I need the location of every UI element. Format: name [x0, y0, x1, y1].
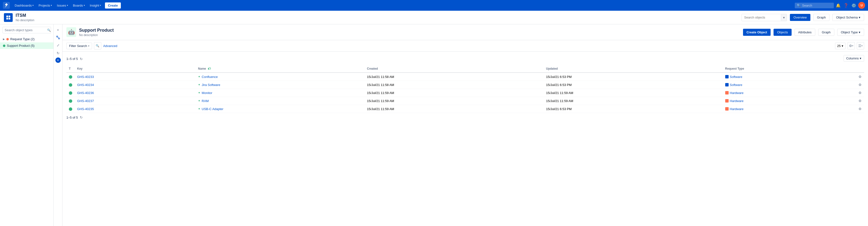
cell-request-type: Hardware: [723, 97, 856, 105]
cell-key: GHS-40235: [75, 105, 195, 113]
support-product-dot: [3, 45, 5, 47]
object-schema-tab[interactable]: Object Schema ▾: [832, 14, 864, 21]
cell-updated: 15/Jul/21 6:53 PM: [544, 81, 723, 89]
cell-request-type: Software: [723, 81, 856, 89]
request-type-link[interactable]: Hardware: [725, 99, 854, 103]
create-button[interactable]: Create: [105, 2, 121, 8]
layout-button[interactable]: ☰ ▾: [857, 42, 864, 49]
request-type-icon: [725, 91, 728, 95]
create-object-button[interactable]: Create Object: [743, 29, 771, 36]
add-icon[interactable]: +: [55, 58, 61, 63]
tab-attributes[interactable]: Attributes: [795, 29, 815, 36]
cell-created: 15/Jul/21 11:59 AM: [365, 97, 544, 105]
svg-rect-5: [8, 18, 10, 20]
filter-search-button[interactable]: Filter Search ▾: [66, 43, 92, 49]
cell-type: [66, 81, 75, 89]
table-row: GHS-40234 ✦ Jira Software 15/Jul/21 11:5…: [66, 81, 864, 89]
cell-name: ✦ Confluence: [195, 73, 365, 81]
row-settings-icon[interactable]: ⚙: [859, 99, 862, 103]
name-link[interactable]: ✦ RAM: [198, 99, 362, 103]
chevron-down-icon: ▾: [860, 57, 861, 60]
tab-object-type[interactable]: Object Type ▾: [837, 29, 864, 36]
connect-icon[interactable]: [55, 34, 62, 41]
col-name: Name 🏷: [195, 65, 365, 73]
nav-issues[interactable]: Issues ▾: [55, 3, 70, 8]
col-actions: [856, 65, 864, 73]
global-search[interactable]: 🔍: [795, 3, 834, 8]
request-type-link[interactable]: Software: [725, 75, 854, 79]
sidebar-search-input[interactable]: [5, 28, 45, 32]
refresh-icon[interactable]: ↻: [55, 50, 62, 57]
name-link[interactable]: ✦ Monitor: [198, 91, 362, 95]
refresh-pagination-icon[interactable]: ↻: [80, 57, 83, 61]
settings-icon[interactable]: ⚙️: [850, 2, 857, 9]
name-link[interactable]: ✦ USB-C Adapter: [198, 107, 362, 111]
table-settings-button[interactable]: ⚙ ▾: [847, 42, 855, 49]
tab-graph[interactable]: Graph: [818, 29, 834, 36]
sidebar-search[interactable]: 🔍: [2, 27, 51, 33]
cell-key: GHS-40234: [75, 81, 195, 89]
global-search-input[interactable]: [802, 4, 831, 7]
search-icon: 🔍: [797, 4, 801, 7]
cell-type: [66, 73, 75, 81]
sidebar-search-icon: 🔍: [47, 29, 51, 32]
key-link[interactable]: GHS-40234: [77, 83, 94, 87]
row-settings-icon[interactable]: ⚙: [859, 107, 862, 111]
request-type-link[interactable]: Software: [725, 83, 854, 87]
sidebar-item-support-product[interactable]: Support Product (5): [0, 42, 54, 49]
help-icon[interactable]: ❓: [843, 2, 849, 9]
refresh-pagination-bottom-icon[interactable]: ↻: [80, 115, 83, 119]
row-settings-icon[interactable]: ⚙: [859, 83, 862, 87]
name-link[interactable]: ✦ Confluence: [198, 75, 362, 79]
nav-dashboards[interactable]: Dashboards ▾: [13, 3, 36, 8]
row-settings-icon[interactable]: ⚙: [859, 75, 862, 79]
cell-updated: 15/Jul/21 11:59 AM: [544, 89, 723, 97]
cell-request-type: Hardware: [723, 105, 856, 113]
shrink-icon[interactable]: ⤢: [55, 42, 62, 49]
key-link[interactable]: GHS-40233: [77, 75, 94, 79]
notifications-icon[interactable]: 🔔: [835, 2, 842, 9]
key-link[interactable]: GHS-40237: [77, 99, 94, 103]
cell-actions: ⚙: [856, 81, 864, 89]
row-type-dot: [69, 107, 72, 111]
table-area: 1–5 of 5 ↻ Columns ▾ T Key Name 🏷: [62, 52, 868, 226]
cell-updated: 15/Jul/21 11:59 AM: [544, 97, 723, 105]
advanced-link[interactable]: Advanced: [103, 44, 117, 48]
tab-objects[interactable]: Objects: [774, 29, 792, 36]
cell-updated: 15/Jul/21 6:53 PM: [544, 105, 723, 113]
cell-name: ✦ RAM: [195, 97, 365, 105]
nav-projects[interactable]: Projects ▾: [37, 3, 54, 8]
search-objects-button[interactable]: ▾: [781, 14, 787, 21]
expand-icon: ▶: [3, 38, 5, 40]
filter-search-icon-button[interactable]: 🔍: [94, 42, 101, 49]
nav-insight[interactable]: Insight ▾: [88, 3, 103, 8]
name-link[interactable]: ✦ Jira Software: [198, 83, 362, 87]
support-product-icon: 🤖: [66, 27, 76, 37]
name-type-icon: ✦: [198, 83, 200, 86]
key-link[interactable]: GHS-40235: [77, 107, 94, 111]
cell-actions: ⚙: [856, 89, 864, 97]
nav-boards[interactable]: Boards ▾: [71, 3, 87, 8]
key-link[interactable]: GHS-40236: [77, 91, 94, 95]
side-icon-bar: « ⤢ ↻ +: [54, 24, 62, 226]
cell-actions: ⚙: [856, 97, 864, 105]
request-type-link[interactable]: Hardware: [725, 91, 854, 95]
per-page-select[interactable]: 25 ▾: [835, 43, 845, 49]
sidebar-item-label: Request Type (2): [10, 37, 34, 41]
name-type-icon: ✦: [198, 75, 200, 78]
collapse-icon[interactable]: «: [55, 26, 62, 33]
overview-tab[interactable]: Overview: [790, 14, 810, 21]
request-type-link[interactable]: Hardware: [725, 107, 854, 111]
columns-button[interactable]: Columns ▾: [844, 55, 864, 62]
gear-icon: ⚙: [849, 44, 852, 48]
sidebar-item-request-type[interactable]: ▶ Request Type (2): [0, 36, 54, 42]
avatar[interactable]: U: [858, 2, 865, 9]
chevron-down-icon: ▾: [84, 4, 85, 7]
graph-tab-header[interactable]: Graph: [813, 14, 830, 21]
request-type-dot: [6, 38, 9, 40]
svg-rect-3: [8, 15, 10, 17]
row-settings-icon[interactable]: ⚙: [859, 91, 862, 95]
jira-logo[interactable]: [3, 2, 10, 9]
search-objects-input[interactable]: [742, 14, 781, 21]
request-type-icon: [725, 107, 728, 111]
